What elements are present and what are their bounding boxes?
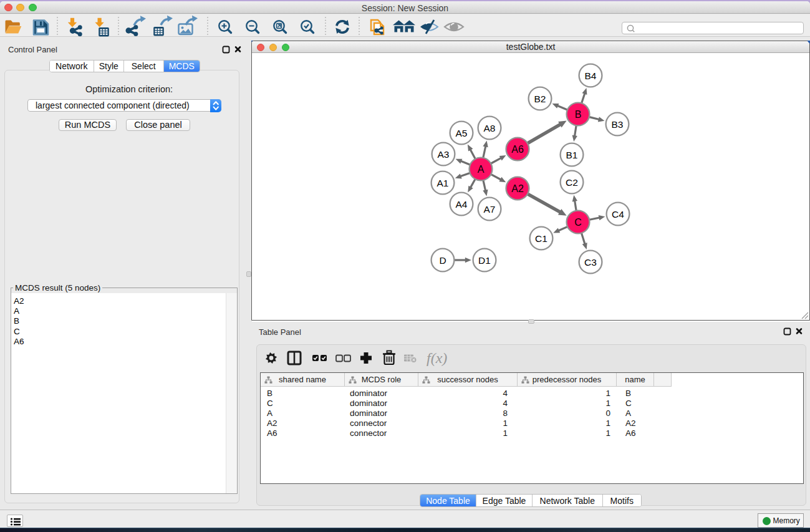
svg-text:A8: A8 — [484, 122, 496, 133]
svg-text:C1: C1 — [535, 233, 547, 243]
svg-text:A3: A3 — [438, 148, 450, 159]
svg-text:A7: A7 — [484, 203, 496, 214]
svg-text:C2: C2 — [566, 177, 578, 187]
svg-text:B3: B3 — [612, 118, 624, 129]
svg-text:C3: C3 — [584, 256, 597, 267]
svg-text:A1: A1 — [437, 177, 449, 188]
svg-text:B: B — [575, 109, 582, 119]
svg-text:B1: B1 — [566, 149, 578, 160]
svg-text:D: D — [439, 254, 446, 265]
svg-text:A4: A4 — [456, 198, 468, 209]
svg-text:B4: B4 — [585, 70, 597, 80]
svg-text:A6: A6 — [511, 143, 524, 154]
svg-text:D1: D1 — [478, 254, 491, 265]
svg-text:C: C — [574, 216, 582, 227]
svg-text:A2: A2 — [511, 183, 524, 193]
svg-text:A5: A5 — [456, 127, 468, 138]
svg-text:f(x): f(x) — [427, 350, 447, 366]
svg-text:A: A — [478, 163, 485, 174]
svg-text:B2: B2 — [534, 93, 546, 104]
svg-text:C4: C4 — [612, 208, 624, 219]
